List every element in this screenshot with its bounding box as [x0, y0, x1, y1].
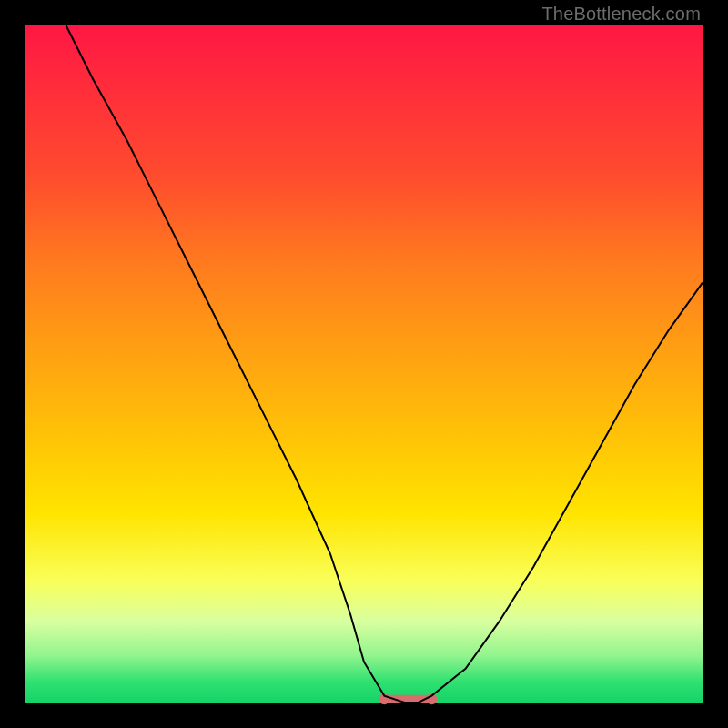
bottleneck-curve	[66, 25, 703, 703]
plot-area	[25, 25, 703, 703]
attribution-text: TheBottleneck.com	[541, 4, 701, 25]
chart-frame: TheBottleneck.com	[0, 0, 728, 728]
curve-layer	[25, 25, 703, 703]
